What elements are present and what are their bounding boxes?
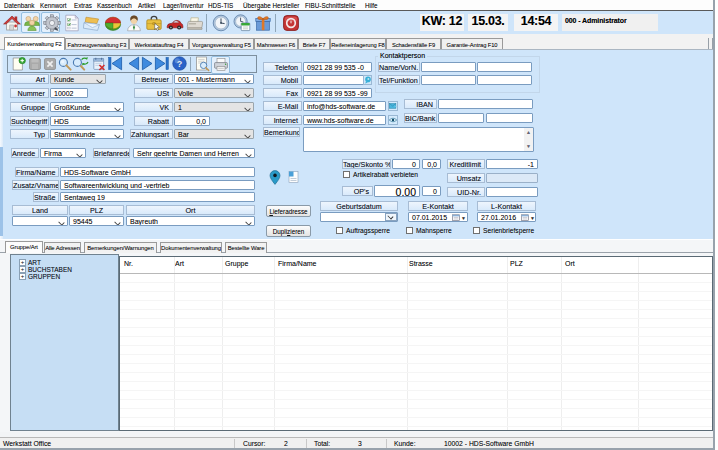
- svg-text:?: ?: [177, 59, 183, 69]
